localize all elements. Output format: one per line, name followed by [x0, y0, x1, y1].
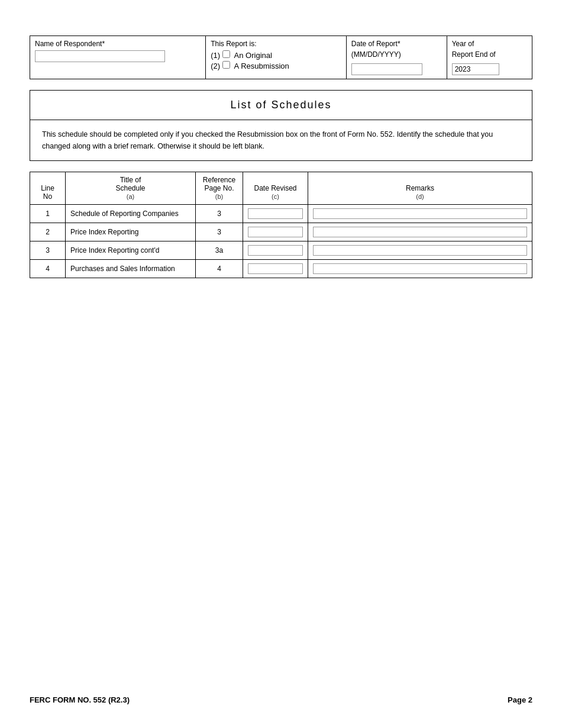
remarks-input-2[interactable]: [313, 227, 527, 237]
remarks-input-1[interactable]: [313, 208, 527, 219]
schedules-title: List of Schedules: [30, 91, 532, 120]
resubmission-checkbox[interactable]: [222, 61, 230, 69]
col-header-ref: ReferencePage No.(b): [196, 172, 243, 205]
option2-num: (2): [211, 62, 220, 70]
report-type-label: This Report is:: [211, 40, 341, 48]
cell-title: Price Index Reporting: [66, 223, 196, 241]
table-row: 4 Purchases and Sales Information 4: [30, 260, 532, 278]
remarks-input-4[interactable]: [313, 263, 527, 274]
cell-date[interactable]: [243, 241, 308, 260]
year-label: Year of: [452, 40, 527, 48]
header-form: Name of Respondent* This Report is: (1) …: [30, 36, 532, 79]
cell-line: 1: [30, 205, 66, 223]
cell-date[interactable]: [243, 205, 308, 223]
cell-date[interactable]: [243, 260, 308, 278]
remarks-input-3[interactable]: [313, 245, 527, 256]
option1-num: (1): [211, 51, 220, 60]
table-row: 1 Schedule of Reporting Companies 3: [30, 205, 532, 223]
col-header-date: Date Revised(c): [243, 172, 308, 205]
cell-remarks[interactable]: [308, 260, 532, 278]
cell-remarks[interactable]: [308, 223, 532, 241]
date-revised-input-1[interactable]: [248, 208, 303, 219]
footer: FERC FORM NO. 552 (R2.3) Page 2: [30, 695, 532, 704]
col-header-title: Title ofSchedule(a): [66, 172, 196, 205]
cell-line: 4: [30, 260, 66, 278]
option2-label: A Resubmission: [234, 62, 289, 70]
schedules-note: This schedule should be completed only i…: [30, 120, 532, 160]
schedules-section: List of Schedules This schedule should b…: [30, 90, 532, 161]
schedules-table: LineNo Title ofSchedule(a) ReferencePage…: [30, 172, 532, 278]
date-label: Date of Report*: [351, 40, 442, 48]
col-header-remarks: Remarks(d): [308, 172, 532, 205]
cell-date[interactable]: [243, 223, 308, 241]
date-format: (MM/DD/YYYY): [351, 50, 442, 59]
date-revised-input-3[interactable]: [248, 245, 303, 256]
cell-remarks[interactable]: [308, 241, 532, 260]
cell-ref: 3: [196, 223, 243, 241]
table-row: 3 Price Index Reporting cont'd 3a: [30, 241, 532, 260]
year-label2: Report End of: [452, 50, 527, 59]
cell-title: Schedule of Reporting Companies: [66, 205, 196, 223]
cell-line: 2: [30, 223, 66, 241]
respondent-input[interactable]: [35, 50, 165, 62]
date-revised-input-4[interactable]: [248, 263, 303, 274]
cell-title: Purchases and Sales Information: [66, 260, 196, 278]
original-checkbox[interactable]: [222, 50, 230, 58]
cell-title: Price Index Reporting cont'd: [66, 241, 196, 260]
date-input[interactable]: [351, 63, 422, 75]
footer-right: Page 2: [508, 695, 532, 704]
cell-ref: 3a: [196, 241, 243, 260]
year-input[interactable]: [452, 63, 499, 75]
cell-remarks[interactable]: [308, 205, 532, 223]
table-row: 2 Price Index Reporting 3: [30, 223, 532, 241]
option1-label: An Original: [234, 51, 272, 60]
col-header-line: LineNo: [30, 172, 66, 205]
cell-ref: 4: [196, 260, 243, 278]
respondent-label: Name of Respondent*: [35, 40, 201, 48]
cell-ref: 3: [196, 205, 243, 223]
cell-line: 3: [30, 241, 66, 260]
footer-left: FERC FORM NO. 552 (R2.3): [30, 695, 130, 704]
date-revised-input-2[interactable]: [248, 227, 303, 237]
